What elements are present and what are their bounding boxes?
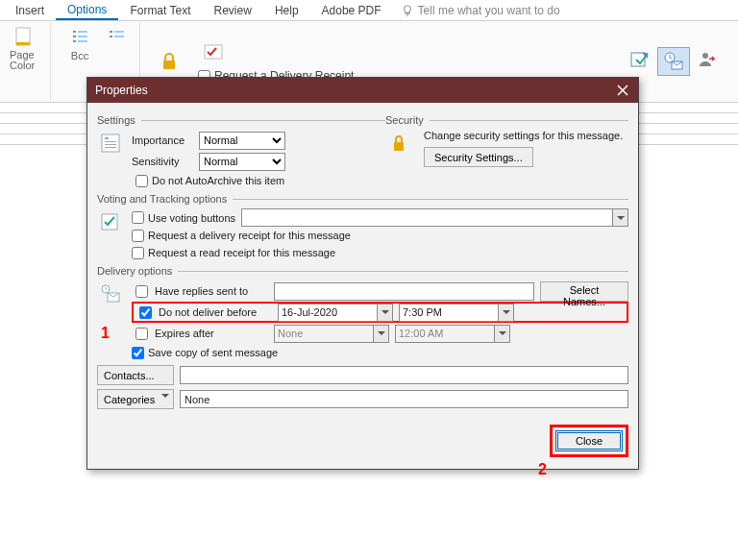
sensitivity-label: Sensitivity xyxy=(132,156,193,167)
voting-combo[interactable] xyxy=(241,208,628,227)
close-icon[interactable] xyxy=(615,83,630,98)
svg-rect-8 xyxy=(110,31,112,33)
page-color-icon xyxy=(12,25,36,48)
tell-me[interactable]: Tell me what you want to do xyxy=(401,4,560,17)
svg-rect-23 xyxy=(394,142,404,151)
bcc-label: Bcc xyxy=(71,50,88,61)
delivery-receipt-checkbox[interactable]: Request a delivery receipt for this mess… xyxy=(132,227,628,244)
svg-rect-3 xyxy=(78,31,87,33)
annotation-1: 1 xyxy=(101,325,110,342)
deliver-time-combo[interactable]: 7:30 PM xyxy=(399,304,514,322)
security-legend: Security xyxy=(385,114,424,126)
annotation-2: 2 xyxy=(538,461,547,478)
contacts-button[interactable]: Contacts... xyxy=(97,365,174,385)
lightbulb-icon xyxy=(401,4,414,17)
voting-legend: Voting and Tracking options xyxy=(97,193,227,205)
security-settings-button[interactable]: Security Settings... xyxy=(424,147,533,167)
svg-rect-12 xyxy=(163,61,175,69)
delay-delivery-button[interactable] xyxy=(657,47,690,76)
person-arrow-icon xyxy=(696,49,719,72)
do-not-deliver-checkbox[interactable]: Do not deliver before xyxy=(135,304,272,322)
have-replies-label: Have replies sent to xyxy=(155,285,248,297)
page-color-button[interactable]: Page Color xyxy=(6,23,42,73)
use-voting-label: Use voting buttons xyxy=(148,212,235,224)
expires-label: Expires after xyxy=(155,328,214,339)
chevron-down-icon xyxy=(161,394,169,398)
bcc-icon xyxy=(68,25,91,48)
svg-rect-19 xyxy=(105,137,109,139)
svg-rect-2 xyxy=(73,31,76,33)
tab-format-text[interactable]: Format Text xyxy=(118,1,202,19)
use-voting-checkbox[interactable]: Use voting buttons xyxy=(132,209,235,227)
page-color-label: Page Color xyxy=(10,50,38,71)
select-names-button[interactable]: Select Names... xyxy=(540,281,628,302)
deliver-date-combo[interactable]: 16-Jul-2020 xyxy=(278,304,393,322)
tab-review[interactable]: Review xyxy=(203,1,263,19)
close-highlight: Close xyxy=(550,425,628,457)
svg-rect-1 xyxy=(16,42,30,45)
delivery-receipt-label: Request a delivery receipt for this mess… xyxy=(148,230,351,241)
svg-rect-4 xyxy=(73,36,76,37)
dialog-title: Properties xyxy=(95,84,148,97)
svg-rect-11 xyxy=(114,36,124,37)
svg-rect-6 xyxy=(73,40,76,42)
svg-rect-20 xyxy=(105,141,116,142)
expires-date-combo: None xyxy=(274,325,389,343)
svg-rect-5 xyxy=(78,36,87,37)
tell-me-label: Tell me what you want to do xyxy=(418,4,560,17)
lock-icon xyxy=(158,50,181,73)
from-icon xyxy=(105,25,128,48)
settings-icon xyxy=(97,130,124,157)
ribbon-tabs: Insert Options Format Text Review Help A… xyxy=(0,0,738,21)
read-receipt-checkbox[interactable]: Request a read receipt for this message xyxy=(132,244,628,261)
categories-button[interactable]: Categories xyxy=(97,389,174,409)
importance-select[interactable]: Normal xyxy=(199,132,285,150)
svg-rect-7 xyxy=(78,40,87,42)
save-copy-checkbox[interactable]: Save copy of sent message xyxy=(132,344,628,361)
have-replies-input[interactable] xyxy=(274,282,534,301)
direct-replies-button[interactable] xyxy=(692,47,723,76)
save-arrow-icon xyxy=(628,49,652,72)
settings-legend: Settings xyxy=(97,114,135,126)
tab-insert[interactable]: Insert xyxy=(4,1,56,19)
svg-point-17 xyxy=(702,53,708,59)
from-button[interactable] xyxy=(101,23,132,50)
security-text: Change security settings for this messag… xyxy=(424,130,623,141)
delivery-icon xyxy=(97,280,124,307)
security-icon xyxy=(385,130,412,157)
tab-help[interactable]: Help xyxy=(263,1,310,19)
svg-rect-9 xyxy=(114,31,124,33)
dialog-titlebar: Properties xyxy=(87,78,638,103)
autoarchive-label: Do not AutoArchive this item xyxy=(152,175,284,186)
tab-options[interactable]: Options xyxy=(56,0,118,20)
sensitivity-select[interactable]: Normal xyxy=(199,153,285,171)
svg-rect-21 xyxy=(105,144,116,145)
bcc-button[interactable]: Bcc xyxy=(64,23,95,63)
importance-label: Importance xyxy=(132,134,193,146)
expires-time-combo: 12:00 AM xyxy=(395,325,510,343)
tracking-icon-button[interactable] xyxy=(198,40,229,67)
voting-icon xyxy=(97,208,124,235)
save-copy-label: Save copy of sent message xyxy=(148,347,278,358)
have-replies-checkbox[interactable]: Have replies sent to xyxy=(132,282,268,301)
close-button[interactable]: Close xyxy=(555,430,623,451)
clock-mail-icon xyxy=(662,50,685,73)
encrypt-button[interactable] xyxy=(154,48,184,75)
autoarchive-checkbox[interactable]: Do not AutoArchive this item xyxy=(135,172,628,189)
read-receipt-label: Request a read receipt for this message xyxy=(148,247,335,258)
svg-rect-10 xyxy=(110,36,112,37)
contacts-field[interactable] xyxy=(180,366,628,384)
expires-checkbox[interactable]: Expires after xyxy=(132,325,268,343)
categories-field[interactable]: None xyxy=(180,390,628,408)
do-not-deliver-label: Do not deliver before xyxy=(159,306,257,318)
svg-rect-18 xyxy=(102,134,119,152)
delivery-legend: Delivery options xyxy=(97,265,172,277)
vote-icon xyxy=(202,42,225,65)
svg-rect-22 xyxy=(105,147,116,148)
tab-adobe-pdf[interactable]: Adobe PDF xyxy=(310,1,393,19)
categories-label: Categories xyxy=(104,394,155,405)
properties-dialog: Properties Settings Importance Normal xyxy=(86,77,639,470)
save-sent-button[interactable] xyxy=(625,47,655,76)
